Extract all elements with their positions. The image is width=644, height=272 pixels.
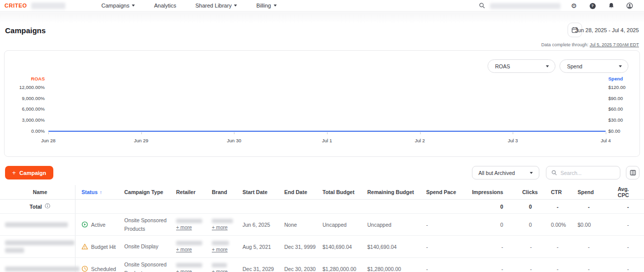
col-header-spend-pace[interactable]: Spend Pace <box>420 189 467 195</box>
col-header-avg-cpc[interactable]: Avg. CPC <box>609 186 644 198</box>
chevron-down-icon <box>274 5 277 7</box>
right-axis-title: Spend <box>608 76 623 81</box>
retailer-more-link[interactable]: + more <box>176 225 192 230</box>
retailer-cell: + more <box>170 241 206 252</box>
end-date-cell: Dec 30, 2030 <box>278 266 316 272</box>
end-date-cell: Dec 31, 9999 <box>278 244 316 250</box>
ctr-cell: - <box>551 244 578 250</box>
nav-item-analytics[interactable]: Analytics <box>154 3 176 9</box>
col-header-ctr[interactable]: CTR <box>551 189 578 195</box>
col-header-campaign-type[interactable]: Campaign Type <box>118 189 170 195</box>
col-header-status[interactable]: Status↑ <box>75 189 118 195</box>
x-tick-mark <box>513 132 513 134</box>
brand-more-link[interactable]: + more <box>212 225 227 230</box>
new-campaign-button[interactable]: + Campaign <box>5 166 53 179</box>
right-axis-tick: $0.00 <box>608 129 620 134</box>
column-settings-button[interactable] <box>626 166 639 179</box>
account-avatar-icon[interactable] <box>620 3 639 9</box>
col-header-impressions[interactable]: Impressions <box>467 189 522 195</box>
total-ctr: - <box>551 204 578 210</box>
right-axis-tick: $120.00 <box>608 85 625 90</box>
start-date-cell: Dec 31, 2029 <box>236 266 278 272</box>
nav-item-shared-library[interactable]: Shared Library <box>195 3 237 9</box>
nav-item-campaigns[interactable]: Campaigns <box>102 3 135 9</box>
x-tick-mark <box>420 132 421 134</box>
campaign-name-cell[interactable] <box>0 236 75 257</box>
campaign-type-cell: Onsite Sponsored Products <box>118 216 170 233</box>
data-complete-note: Data complete through: Jul 5, 2025 7:00A… <box>541 42 639 47</box>
status-warning-icon <box>82 243 88 250</box>
x-tick-mark <box>327 132 328 134</box>
data-complete-link[interactable]: Jul 5, 2025 7:00AM EDT <box>590 42 639 47</box>
total-budget-cell: $1,280,000.00 <box>316 266 361 272</box>
brand-more-link[interactable]: + more <box>212 269 227 272</box>
redacted-brand <box>212 241 229 245</box>
redacted-global-search[interactable] <box>490 3 560 9</box>
help-icon[interactable]: ? <box>583 3 602 9</box>
primary-nav: Campaigns Analytics Shared Library Billi… <box>102 3 277 9</box>
campaign-name-cell[interactable] <box>0 258 75 272</box>
col-header-end-date[interactable]: End Date <box>278 189 316 195</box>
retailer-cell: + more <box>170 263 206 272</box>
spend-pace-cell: - <box>420 222 467 228</box>
col-header-spend[interactable]: Spend <box>578 189 609 195</box>
sort-asc-icon: ↑ <box>100 190 102 195</box>
x-axis-label: Jul 1 <box>322 138 332 143</box>
retailer-more-link[interactable]: + more <box>176 247 192 252</box>
x-tick-mark <box>234 132 234 134</box>
col-header-remaining-budget[interactable]: Remaining Budget <box>361 189 420 195</box>
avg-cpc-cell: - <box>609 244 644 250</box>
col-header-name[interactable]: Name <box>0 185 75 199</box>
status-active-icon <box>82 221 88 228</box>
total-impressions: 0 <box>467 204 522 210</box>
x-axis-label: Jun 30 <box>227 138 242 143</box>
nav-item-billing[interactable]: Billing <box>256 3 276 9</box>
page-title: Campaigns <box>5 26 46 35</box>
table-search <box>546 166 620 179</box>
settings-gear-icon[interactable]: ⚙ <box>565 2 583 10</box>
end-date-cell: None <box>278 222 316 228</box>
status-scheduled-icon <box>82 265 88 272</box>
status-cell: Scheduled <box>75 265 118 272</box>
col-header-retailer[interactable]: Retailer <box>170 189 206 195</box>
campaign-name-cell[interactable] <box>0 214 75 235</box>
notifications-bell-icon[interactable] <box>602 3 620 9</box>
clicks-cell: - <box>522 244 551 250</box>
total-spend: - <box>578 204 609 210</box>
search-icon[interactable] <box>479 2 485 11</box>
col-header-total-budget[interactable]: Total Budget <box>316 189 361 195</box>
col-header-brand[interactable]: Brand <box>206 189 236 195</box>
status-cell: Budget Hit <box>75 243 118 250</box>
x-axis-label: Jul 2 <box>415 138 425 143</box>
campaigns-table: Name Status↑ Campaign Type Retailer Bran… <box>0 185 644 272</box>
status-filter-select[interactable]: All but Archived <box>472 166 539 179</box>
x-axis-label: Jun 29 <box>134 138 148 143</box>
left-axis-title: ROAS <box>5 76 45 81</box>
left-axis-tick: 0.00% <box>5 129 45 134</box>
header-gradient <box>0 12 644 23</box>
info-icon[interactable] <box>45 203 50 210</box>
right-axis-tick: $30.00 <box>608 118 623 123</box>
redacted-brand <box>212 263 227 267</box>
search-icon <box>551 168 557 177</box>
top-navigation-bar: CRITEO Campaigns Analytics Shared Librar… <box>0 0 644 12</box>
col-header-start-date[interactable]: Start Date <box>236 189 278 195</box>
left-axis-tick: 12,000.00% <box>5 85 45 90</box>
total-label-cell: Total <box>0 200 75 213</box>
search-input[interactable] <box>560 170 615 176</box>
remaining-budget-cell: $1,280,000.00 <box>361 266 420 272</box>
chevron-down-icon <box>619 65 622 67</box>
x-tick-mark <box>606 132 606 134</box>
redacted-campaign-name <box>5 222 68 227</box>
spend-pace-cell: - <box>420 266 467 272</box>
brand-more-link[interactable]: + more <box>212 247 227 252</box>
brand-cell: + more <box>206 241 236 252</box>
campaign-row: Budget Hit Onsite Display + more + more … <box>0 236 644 258</box>
remaining-budget-cell: Uncapped <box>361 222 420 228</box>
left-axis-tick: 9,000.00% <box>5 96 45 101</box>
x-axis-label: Jul 3 <box>508 138 518 143</box>
retailer-more-link[interactable]: + more <box>176 269 192 272</box>
table-header-row: Name Status↑ Campaign Type Retailer Bran… <box>0 185 644 200</box>
col-header-clicks[interactable]: Clicks <box>522 189 551 195</box>
spend-pace-cell: - <box>420 244 467 250</box>
